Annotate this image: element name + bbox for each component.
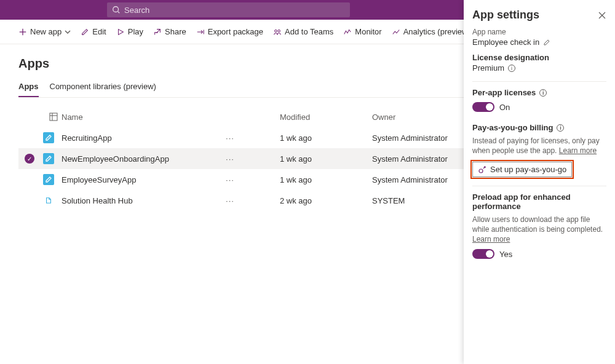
app-type-icon — [43, 174, 54, 185]
edit-app-name-icon[interactable] — [543, 39, 550, 46]
app-name-cell: NewEmployeeOnboardingApp — [62, 154, 224, 164]
search-input[interactable] — [124, 6, 345, 15]
payg-title: Pay-as-you-go billing — [472, 123, 553, 132]
app-name-label: App name — [472, 28, 606, 36]
export-package-button[interactable]: Export package — [196, 27, 263, 36]
pencil-icon — [81, 28, 89, 36]
analytics-button[interactable]: Analytics (preview) — [392, 27, 470, 36]
search-icon — [112, 6, 121, 14]
add-to-teams-button[interactable]: Add to Teams — [273, 27, 333, 36]
preload-description: Allow users to download the app file whi… — [472, 215, 603, 234]
app-name-cell: RecruitingApp — [62, 133, 224, 143]
info-icon[interactable]: i — [557, 124, 564, 132]
new-app-button[interactable]: New app — [18, 27, 71, 36]
svg-point-19 — [479, 169, 483, 173]
column-options-icon[interactable] — [49, 113, 58, 121]
svg-marker-7 — [118, 29, 123, 34]
modified-cell: 2 wk ago — [280, 196, 372, 205]
learn-more-link[interactable]: Learn more — [472, 235, 510, 243]
search-box[interactable] — [107, 2, 350, 17]
svg-line-8 — [156, 29, 160, 33]
app-name-value: Employee check in — [472, 38, 539, 47]
learn-more-link[interactable]: Learn more — [559, 146, 597, 155]
col-name[interactable]: Name — [62, 113, 224, 122]
panel-title: App settings — [472, 9, 539, 22]
tab-apps[interactable]: Apps — [18, 82, 39, 97]
license-designation-title: License designation — [472, 53, 606, 62]
close-icon[interactable] — [598, 11, 606, 20]
info-icon[interactable]: i — [539, 89, 547, 97]
preload-title: Preload app for enhanced performance — [472, 192, 606, 211]
per-app-licenses-toggle[interactable] — [472, 102, 494, 112]
app-name-cell: EmployeeSurveyApp — [62, 175, 224, 184]
plus-icon — [18, 28, 27, 36]
row-more-button[interactable]: ··· — [224, 175, 236, 184]
preload-toggle[interactable] — [472, 249, 494, 259]
per-app-licenses-title: Per-app licenses — [472, 88, 536, 97]
setup-payg-button[interactable]: Set up pay-as-you-go — [472, 162, 572, 177]
row-select-indicator[interactable] — [25, 196, 34, 205]
play-button[interactable]: Play — [116, 27, 143, 36]
share-icon — [153, 28, 162, 36]
analytics-icon — [392, 28, 400, 36]
preload-state: Yes — [499, 250, 512, 259]
monitor-button[interactable]: Monitor — [343, 27, 381, 36]
edit-button[interactable]: Edit — [81, 27, 106, 36]
share-button[interactable]: Share — [153, 27, 186, 36]
payg-setup-icon — [478, 165, 486, 174]
svg-point-0 — [113, 7, 119, 12]
app-type-icon — [43, 132, 54, 143]
row-select-indicator[interactable]: ✓ — [25, 154, 34, 164]
app-type-icon — [43, 153, 54, 164]
tab-component-libraries[interactable]: Component libraries (preview) — [50, 82, 156, 97]
svg-point-12 — [278, 30, 280, 32]
modified-cell: 1 wk ago — [280, 133, 372, 143]
modified-cell: 1 wk ago — [280, 154, 372, 164]
row-more-button[interactable]: ··· — [224, 196, 236, 205]
info-icon[interactable]: i — [508, 65, 515, 72]
row-more-button[interactable]: ··· — [224, 133, 236, 143]
svg-line-1 — [118, 12, 120, 14]
row-more-button[interactable]: ··· — [224, 154, 236, 164]
license-value: Premium — [472, 63, 504, 73]
monitor-icon — [343, 28, 352, 36]
row-select-indicator[interactable] — [25, 175, 34, 184]
export-icon — [196, 28, 205, 36]
row-select-indicator[interactable] — [25, 133, 34, 143]
per-app-licenses-state: On — [499, 103, 510, 112]
play-icon — [116, 28, 125, 36]
app-name-cell: Solution Health Hub — [62, 196, 224, 205]
teams-icon — [273, 28, 282, 36]
app-settings-panel: App settings App name Employee check in … — [464, 0, 615, 364]
modified-cell: 1 wk ago — [280, 175, 372, 184]
svg-rect-14 — [50, 113, 57, 121]
chevron-down-icon — [65, 29, 71, 35]
app-type-icon — [43, 195, 54, 206]
col-modified[interactable]: Modified — [280, 113, 372, 122]
svg-point-11 — [275, 30, 277, 32]
